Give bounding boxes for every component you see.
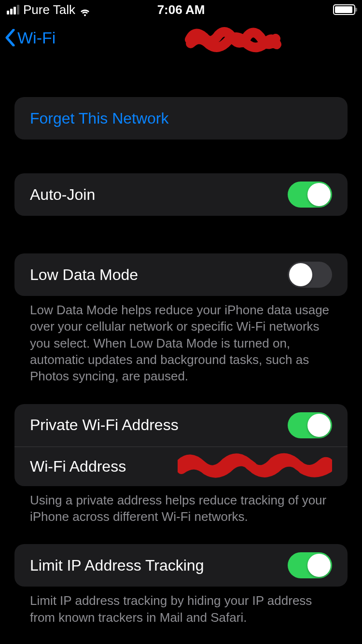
private-wifi-address-toggle[interactable] — [288, 412, 332, 438]
low-data-mode-label: Low Data Mode — [30, 266, 138, 284]
back-button[interactable]: Wi-Fi — [5, 28, 56, 47]
battery-icon — [333, 4, 355, 15]
low-data-mode-toggle[interactable] — [288, 262, 332, 288]
auto-join-label: Auto-Join — [30, 186, 95, 204]
redacted-wifi-address — [178, 451, 332, 482]
forget-network-group: Forget This Network — [14, 97, 348, 140]
auto-join-row: Auto-Join — [14, 173, 348, 216]
auto-join-toggle[interactable] — [288, 182, 332, 208]
limit-ip-label: Limit IP Address Tracking — [30, 557, 204, 574]
cellular-signal-icon — [7, 5, 19, 14]
wifi-address-row: Wi-Fi Address — [14, 447, 348, 486]
redacted-title — [185, 25, 281, 56]
limit-ip-footer: Limit IP address tracking by hiding your… — [14, 587, 348, 626]
chevron-left-icon — [5, 29, 15, 46]
status-bar: Pure Talk 7:06 AM — [0, 0, 362, 19]
limit-ip-toggle[interactable] — [288, 552, 332, 578]
status-left: Pure Talk — [7, 2, 91, 17]
forget-network-label: Forget This Network — [30, 110, 169, 127]
low-data-mode-footer: Low Data Mode helps reduce your iPhone d… — [14, 296, 348, 385]
nav-bar: Wi-Fi — [0, 19, 362, 56]
private-wifi-address-row: Private Wi-Fi Address — [14, 404, 348, 447]
limit-ip-group: Limit IP Address Tracking — [14, 544, 348, 587]
forget-network-row[interactable]: Forget This Network — [14, 97, 348, 140]
limit-ip-row: Limit IP Address Tracking — [14, 544, 348, 587]
wifi-icon — [79, 5, 91, 14]
status-right — [333, 4, 355, 15]
low-data-mode-group: Low Data Mode — [14, 253, 348, 296]
private-address-footer: Using a private address helps reduce tra… — [14, 486, 348, 525]
back-label: Wi-Fi — [17, 28, 56, 47]
low-data-mode-row: Low Data Mode — [14, 253, 348, 296]
wifi-address-label: Wi-Fi Address — [30, 458, 126, 476]
private-wifi-address-label: Private Wi-Fi Address — [30, 416, 179, 434]
carrier-label: Pure Talk — [23, 2, 75, 17]
private-address-group: Private Wi-Fi Address Wi-Fi Address — [14, 404, 348, 486]
auto-join-group: Auto-Join — [14, 173, 348, 216]
